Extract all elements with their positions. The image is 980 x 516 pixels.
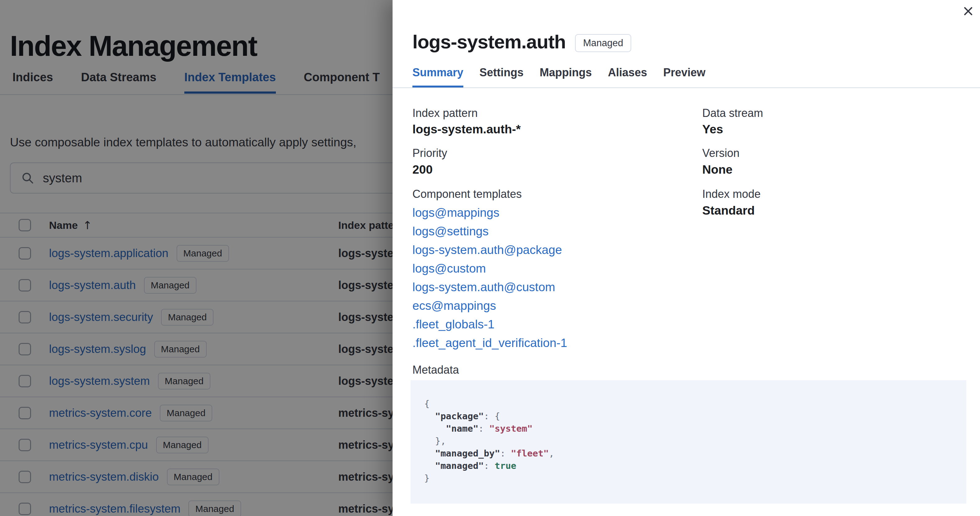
priority-label: Priority [412,147,447,160]
close-icon[interactable] [961,4,976,19]
flyout-tab-preview[interactable]: Preview [663,66,705,87]
template-details-flyout: logs-system.auth Managed SummarySettings… [393,0,980,516]
code-line: "package": { [424,410,953,422]
flyout-title: logs-system.auth [412,31,566,53]
priority-value: 200 [412,162,433,177]
index-mode-label: Index mode [702,187,760,201]
flyout-header: logs-system.auth Managed [412,15,631,69]
flyout-tabs: SummarySettingsMappingsAliasesPreview [412,66,705,87]
component-template-link[interactable]: ecs@mappings [412,297,567,315]
code-line: }, [424,435,953,447]
component-template-link[interactable]: logs@mappings [412,203,567,222]
version-value: None [702,162,733,177]
managed-badge: Managed [575,34,631,52]
component-template-link[interactable]: .fleet_agent_id_verification-1 [412,333,567,352]
component-template-link[interactable]: .fleet_globals-1 [412,315,567,333]
code-line: "name": "system" [424,422,953,435]
code-line: "managed_by": "fleet", [424,447,953,460]
metadata-code-block: { "package": { "name": "system" }, "mana… [410,380,966,503]
index-pattern-label: Index pattern [412,107,477,120]
metadata-label: Metadata [412,364,459,376]
code-line: } [424,472,953,484]
component-template-link[interactable]: logs-system.auth@custom [412,278,567,297]
code-line: { [424,397,953,410]
flyout-tabs-divider [393,87,980,88]
version-label: Version [702,147,740,160]
code-line: "managed": true [424,460,953,472]
flyout-tab-summary[interactable]: Summary [412,66,463,87]
flyout-tab-aliases[interactable]: Aliases [608,66,647,87]
component-template-link[interactable]: logs@custom [412,259,567,278]
component-template-link[interactable]: logs@settings [412,222,567,241]
component-templates-label: Component templates [412,187,522,201]
component-template-link[interactable]: logs-system.auth@package [412,241,567,259]
component-templates-list: logs@mappingslogs@settingslogs-system.au… [412,203,567,352]
flyout-tab-settings[interactable]: Settings [479,66,523,87]
data-stream-label: Data stream [702,107,763,120]
data-stream-value: Yes [702,122,723,137]
flyout-tab-mappings[interactable]: Mappings [540,66,592,87]
index-mode-value: Standard [702,203,755,218]
index-pattern-value: logs-system.auth-* [412,122,521,137]
